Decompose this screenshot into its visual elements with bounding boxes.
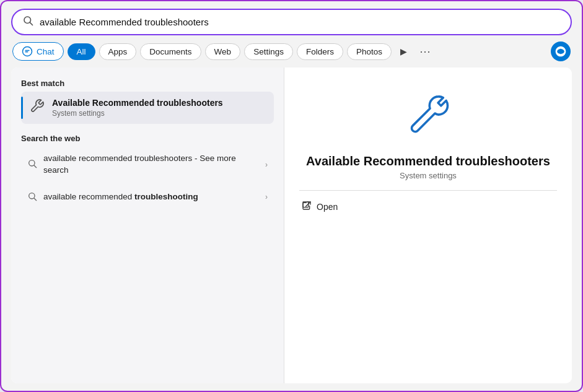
open-button[interactable]: Open [299, 201, 338, 213]
tab-photos[interactable]: Photos [347, 43, 392, 60]
svg-line-1 [30, 22, 32, 25]
tab-settings[interactable]: Settings [244, 43, 293, 60]
web-search-label: Search the web [21, 134, 274, 143]
open-external-icon [302, 201, 312, 213]
web-item-2[interactable]: available recommended troubleshooting › [21, 185, 274, 209]
filter-tabs: Chat All Apps Documents Web Settings Fol… [11, 41, 572, 61]
best-match-label: Best match [21, 79, 274, 88]
tab-folders[interactable]: Folders [297, 43, 343, 60]
best-match-subtitle: System settings [52, 109, 223, 118]
search-icon [22, 15, 33, 29]
web-items: available recommended troubleshooters - … [21, 147, 274, 209]
tab-apps[interactable]: Apps [99, 43, 137, 60]
chat-tab-icon [22, 46, 33, 57]
tab-chat[interactable]: Chat [12, 42, 64, 61]
web-search-section: Search the web available recommended tro… [21, 134, 274, 209]
web-search-icon-1 [27, 159, 37, 170]
svg-point-2 [23, 47, 32, 56]
tab-documents[interactable]: Documents [140, 43, 201, 60]
svg-line-6 [34, 198, 37, 201]
web-item-1[interactable]: available recommended troubleshooters - … [21, 147, 274, 183]
web-item-2-text: available recommended troubleshooting [43, 191, 259, 203]
web-item-1-arrow: › [265, 160, 268, 169]
detail-title: Available Recommended troubleshooters [306, 154, 550, 168]
right-panel: Available Recommended troubleshooters Sy… [284, 68, 572, 383]
search-window: Chat All Apps Documents Web Settings Fol… [0, 0, 583, 392]
bing-icon[interactable] [551, 41, 571, 61]
best-match-title: Available Recommended troubleshooters [52, 98, 223, 108]
search-input[interactable] [40, 17, 561, 27]
tab-all[interactable]: All [68, 43, 95, 60]
more-options-button[interactable]: ⋯ [416, 42, 434, 61]
wrench-icon [30, 98, 45, 117]
best-match-text: Available Recommended troubleshooters Sy… [52, 98, 223, 118]
detail-icon [400, 86, 456, 144]
open-label: Open [317, 202, 338, 212]
detail-subtitle: System settings [400, 171, 457, 180]
left-panel: Best match Available Recommended trouble… [11, 68, 284, 383]
best-match-section: Best match Available Recommended trouble… [21, 79, 274, 124]
search-bar [11, 9, 572, 35]
svg-line-4 [34, 165, 37, 168]
web-item-1-text: available recommended troubleshooters - … [43, 153, 259, 176]
play-button[interactable]: ▶ [395, 44, 412, 59]
web-search-icon-2 [27, 191, 37, 203]
detail-divider [299, 190, 557, 191]
main-content: Best match Available Recommended trouble… [11, 68, 572, 383]
web-item-2-arrow: › [265, 193, 268, 201]
tab-web[interactable]: Web [205, 43, 241, 60]
best-match-item[interactable]: Available Recommended troubleshooters Sy… [21, 92, 274, 124]
